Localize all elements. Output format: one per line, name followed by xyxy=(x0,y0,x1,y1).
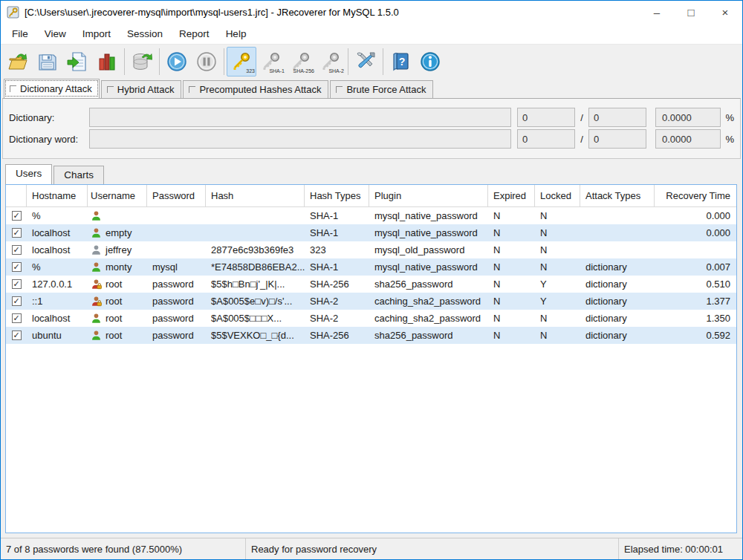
open-icon xyxy=(7,51,28,72)
key-sha1-button[interactable]: SHA-1 xyxy=(256,47,286,76)
row-checkbox[interactable] xyxy=(6,293,27,310)
header-password[interactable]: Password xyxy=(147,185,206,206)
cell-plugin: caching_sha2_password xyxy=(369,310,488,327)
tab-precomputed-hashes-attack[interactable]: Precomputed Hashes Attack xyxy=(183,80,328,98)
database-export-button[interactable] xyxy=(127,47,157,76)
menu-view[interactable]: View xyxy=(36,25,74,42)
tab-users[interactable]: Users xyxy=(5,164,52,184)
table-row[interactable]: ::1 root password $A$005$e□v)□/s'... SHA… xyxy=(6,293,736,310)
header-attack-types[interactable]: Attack Types xyxy=(580,185,655,206)
status-elapsed-time: Elapsed time: 00:00:01 xyxy=(619,538,742,559)
cell-hash-type: SHA-1 xyxy=(305,207,369,224)
close-button[interactable]: × xyxy=(708,1,742,23)
cell-expired: N xyxy=(488,276,535,293)
cell-recovery-time: 0.510 xyxy=(655,276,736,293)
menu-help[interactable]: Help xyxy=(218,25,255,42)
key-323-button[interactable]: 323 xyxy=(227,47,256,76)
cell-password xyxy=(147,241,206,258)
dictionary-word-count-field[interactable]: 0 xyxy=(517,129,575,149)
charts-button[interactable] xyxy=(92,47,122,76)
row-checkbox[interactable] xyxy=(6,207,27,224)
dictionary-word-total-field[interactable]: 0 xyxy=(588,129,646,149)
cell-hash xyxy=(206,207,305,224)
cell-locked: N xyxy=(535,258,580,276)
cell-recovery-time: 0.000 xyxy=(655,224,736,241)
window-title: [C:\Users\user\.jrecoverer-mysql\import\… xyxy=(25,7,399,18)
dictionary-total-field[interactable]: 0 xyxy=(588,108,646,127)
maximize-button[interactable]: □ xyxy=(674,1,708,23)
save-button[interactable] xyxy=(33,47,62,76)
header-expired[interactable]: Expired xyxy=(488,185,535,206)
cell-hash-type: SHA-256 xyxy=(305,276,369,293)
header-hash[interactable]: Hash xyxy=(206,185,305,206)
cell-attack-type xyxy=(580,207,655,224)
tab-checkbox-glyph xyxy=(107,86,114,93)
cell-expired: N xyxy=(488,224,535,241)
play-button[interactable] xyxy=(162,47,192,76)
checkbox-checked-icon xyxy=(12,245,22,255)
row-checkbox[interactable] xyxy=(6,224,27,241)
cell-expired: N xyxy=(488,327,535,344)
tab-charts[interactable]: Charts xyxy=(53,166,104,184)
cell-username: root xyxy=(88,327,147,344)
tab-brute-force-attack[interactable]: Brute Force Attack xyxy=(330,80,433,98)
cell-plugin: mysql_native_password xyxy=(369,258,488,276)
key-sha2-button[interactable]: SHA-2 xyxy=(316,47,345,76)
header-hash-types[interactable]: Hash Types xyxy=(305,185,369,206)
cell-expired: N xyxy=(488,241,535,258)
help-button[interactable]: ? xyxy=(386,47,415,76)
tab-dictionary-attack[interactable]: Dictionary Attack xyxy=(4,79,100,98)
play-icon xyxy=(166,51,187,72)
header-checkbox[interactable] xyxy=(6,185,27,206)
menu-file[interactable]: File xyxy=(4,25,36,42)
cell-locked: N xyxy=(535,224,580,241)
row-checkbox[interactable] xyxy=(6,310,27,327)
dictionary-word-percent-field[interactable]: 0.0000 xyxy=(655,129,721,149)
key-sha256-button[interactable]: SHA-256 xyxy=(286,47,316,76)
header-recovery-time[interactable]: Recovery Time xyxy=(655,185,736,206)
dictionary-percent-field[interactable]: 0.0000 xyxy=(655,108,721,127)
minimize-button[interactable]: – xyxy=(640,1,674,23)
row-checkbox[interactable] xyxy=(6,327,27,344)
header-locked[interactable]: Locked xyxy=(535,185,580,206)
menu-report[interactable]: Report xyxy=(171,25,218,42)
header-username[interactable]: Username xyxy=(88,185,147,206)
cell-expired: N xyxy=(488,293,535,310)
toolbar-separator xyxy=(159,48,160,75)
cell-hash: $A$005$□□□X... xyxy=(206,310,305,327)
about-button[interactable] xyxy=(415,47,445,76)
tab-hybrid-attack[interactable]: Hybrid Attack xyxy=(101,80,182,98)
import-button[interactable] xyxy=(62,47,92,76)
cell-attack-type: dictionary xyxy=(580,276,655,293)
menu-import[interactable]: Import xyxy=(74,25,119,42)
row-checkbox[interactable] xyxy=(6,276,27,293)
table-row[interactable]: ubuntu root password $5$VEXKO□_□{d... SH… xyxy=(6,327,736,344)
table-row[interactable]: localhost root password $A$005$□□□X... S… xyxy=(6,310,736,327)
charts-icon xyxy=(97,51,117,72)
cell-hash-type: SHA-256 xyxy=(305,327,369,344)
cell-username: root xyxy=(88,293,147,310)
table-row[interactable]: 127.0.0.1 root password $5$h□Bn□j'_|K|..… xyxy=(6,276,736,293)
table-row[interactable]: % monty mysql *E74858DB86EBA2... SHA-1 m… xyxy=(6,258,736,276)
dictionary-word-field[interactable] xyxy=(89,129,511,149)
dictionary-count-field[interactable]: 0 xyxy=(517,108,575,127)
options-button[interactable] xyxy=(351,47,380,76)
slash-separator: / xyxy=(575,112,588,123)
user-icon xyxy=(91,227,102,238)
dictionary-path-field[interactable] xyxy=(89,108,511,127)
open-button[interactable] xyxy=(3,47,33,76)
username-text: root xyxy=(106,313,122,324)
table-row[interactable]: localhost jeffrey 2877e6c93b369fe3 323 m… xyxy=(6,241,736,258)
header-plugin[interactable]: Plugin xyxy=(369,185,488,206)
username-text: jeffrey xyxy=(106,244,132,255)
info-icon xyxy=(420,51,441,72)
table-row[interactable]: localhost empty SHA-1 mysql_native_passw… xyxy=(6,224,736,241)
menu-session[interactable]: Session xyxy=(119,25,171,42)
header-hostname[interactable]: Hostname xyxy=(27,185,88,206)
row-checkbox[interactable] xyxy=(6,241,27,258)
table-row[interactable]: % SHA-1 mysql_native_password N N 0.000 xyxy=(6,207,736,224)
username-text: root xyxy=(106,330,122,341)
row-checkbox[interactable] xyxy=(6,258,27,276)
pause-button[interactable] xyxy=(192,47,221,76)
cell-recovery-time xyxy=(655,241,736,258)
